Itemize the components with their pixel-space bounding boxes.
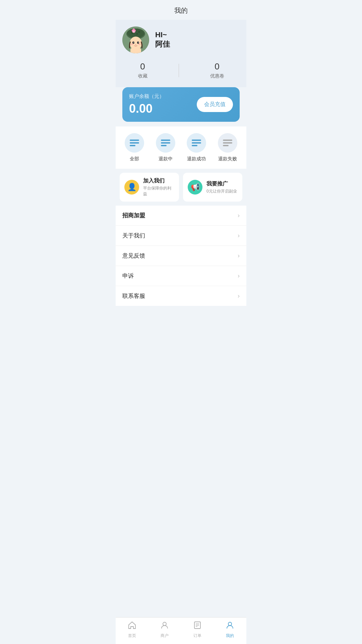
menu-item-about[interactable]: 关于我们 › — [116, 226, 246, 246]
avatar[interactable] — [122, 26, 149, 53]
coupons-label: 优惠卷 — [210, 73, 224, 79]
action-refund-fail-label: 退款失败 — [218, 156, 237, 162]
coupons-stat[interactable]: 0 优惠卷 — [210, 61, 224, 79]
svg-point-9 — [133, 29, 135, 31]
balance-amount: 0.00 — [129, 102, 164, 116]
svg-point-26 — [228, 622, 232, 626]
nav-merchant[interactable]: 商户 — [155, 621, 175, 639]
nav-order[interactable]: 订单 — [187, 621, 207, 639]
nav-merchant-label: 商户 — [161, 633, 169, 639]
svg-point-12 — [132, 42, 134, 44]
favorites-label: 收藏 — [138, 73, 147, 79]
balance-left: 账户余额（元） 0.00 — [129, 93, 164, 116]
action-all[interactable]: 全部 — [125, 133, 144, 162]
action-refunding-icon — [156, 133, 175, 153]
svg-point-2 — [127, 29, 144, 38]
greeting-name: 阿佳 — [155, 39, 170, 49]
action-refund-success-label: 退款成功 — [187, 156, 206, 162]
promo-join-title: 加入我们 — [143, 177, 174, 184]
menu-item-customer-service-label: 联系客服 — [122, 292, 145, 300]
svg-point-13 — [137, 42, 139, 44]
nav-mine[interactable]: 我的 — [220, 621, 240, 639]
svg-point-16 — [131, 44, 133, 45]
nav-order-label: 订单 — [193, 633, 201, 639]
menu-item-complaint-label: 申诉 — [122, 272, 134, 280]
menu-item-franchise-label: 招商加盟 — [122, 212, 145, 219]
action-all-label: 全部 — [130, 156, 139, 162]
promo-promote-subtitle: 0元让你开启副业 — [206, 189, 237, 194]
icon-line-3 — [130, 145, 135, 146]
chevron-icon-customer-service: › — [238, 292, 240, 300]
recharge-button[interactable]: 会员充值 — [197, 97, 233, 112]
chevron-icon-about: › — [238, 232, 240, 239]
svg-point-21 — [163, 622, 166, 626]
action-refund-success-icon — [187, 133, 206, 153]
icon-line-12 — [223, 145, 229, 146]
icon-line-10 — [223, 140, 232, 141]
svg-rect-20 — [130, 48, 141, 53]
greeting-hi: HI~ — [155, 31, 170, 39]
profile-top: HI~ 阿佳 — [122, 26, 240, 53]
nav-home[interactable]: 首页 — [122, 621, 142, 639]
icon-line-2 — [130, 142, 139, 144]
icon-line-1 — [130, 140, 139, 141]
order-icon — [193, 621, 202, 632]
merchant-icon — [160, 621, 169, 632]
chevron-icon-complaint: › — [238, 272, 240, 279]
action-refunding-label: 退款中 — [159, 156, 173, 162]
favorites-count: 0 — [140, 61, 145, 72]
promote-icon: 📢 — [188, 180, 202, 195]
icon-line-5 — [161, 142, 170, 144]
favorites-stat[interactable]: 0 收藏 — [138, 61, 147, 79]
profile-section: HI~ 阿佳 0 收藏 0 优惠卷 — [116, 20, 246, 87]
menu-list: 招商加盟 › 关于我们 › 意见反馈 › 申诉 › 联系客服 › — [116, 206, 246, 306]
greeting: HI~ 阿佳 — [155, 31, 170, 49]
svg-point-18 — [135, 44, 136, 45]
chevron-icon-feedback: › — [238, 252, 240, 259]
nav-home-label: 首页 — [128, 633, 136, 639]
action-refund-success[interactable]: 退款成功 — [187, 133, 206, 162]
action-refund-fail-icon — [218, 133, 237, 153]
action-refunding[interactable]: 退款中 — [156, 133, 175, 162]
nav-mine-label: 我的 — [226, 633, 234, 639]
promo-row: 👤 加入我们 平台保障你的利益 📢 我要推广 0元让你开启副业 — [120, 173, 242, 202]
svg-point-4 — [138, 31, 140, 33]
svg-point-10 — [133, 31, 134, 32]
icon-line-6 — [161, 145, 167, 146]
svg-point-15 — [138, 42, 139, 43]
home-icon — [128, 621, 136, 632]
menu-item-feedback-label: 意见反馈 — [122, 252, 145, 260]
menu-item-complaint[interactable]: 申诉 › — [116, 266, 246, 286]
stats-row: 0 收藏 0 优惠卷 — [122, 61, 240, 79]
action-all-icon — [125, 133, 144, 153]
page-title: 我的 — [116, 0, 246, 20]
svg-point-14 — [133, 42, 134, 43]
promo-promote-text: 我要推广 0元让你开启副业 — [206, 180, 237, 194]
svg-point-5 — [136, 33, 138, 35]
balance-label: 账户余额（元） — [129, 93, 164, 100]
icon-line-7 — [192, 140, 201, 141]
promo-promote-title: 我要推广 — [206, 180, 237, 187]
stats-divider — [179, 64, 179, 77]
promo-promote[interactable]: 📢 我要推广 0元让你开启副业 — [183, 173, 242, 202]
quick-actions: 全部 退款中 退款成功 退款失败 — [116, 126, 246, 169]
chevron-icon-franchise: › — [238, 212, 240, 219]
icon-line-11 — [223, 142, 232, 144]
menu-item-customer-service[interactable]: 联系客服 › — [116, 286, 246, 306]
promo-join[interactable]: 👤 加入我们 平台保障你的利益 — [120, 173, 179, 202]
menu-item-franchise[interactable]: 招商加盟 › — [116, 206, 246, 226]
balance-card: 账户余额（元） 0.00 会员充值 — [122, 87, 240, 122]
menu-item-feedback[interactable]: 意见反馈 › — [116, 246, 246, 266]
action-refund-fail[interactable]: 退款失败 — [218, 133, 237, 162]
icon-line-4 — [161, 140, 170, 141]
promo-join-subtitle: 平台保障你的利益 — [143, 185, 174, 197]
join-icon: 👤 — [124, 180, 139, 195]
mine-icon — [226, 621, 234, 632]
menu-item-about-label: 关于我们 — [122, 232, 145, 239]
promo-join-text: 加入我们 平台保障你的利益 — [143, 177, 174, 197]
bottom-nav: 首页 商户 订单 我的 — [116, 617, 246, 644]
svg-point-17 — [138, 44, 141, 45]
icon-line-9 — [192, 145, 197, 146]
icon-line-8 — [192, 142, 201, 144]
coupons-count: 0 — [215, 61, 219, 72]
